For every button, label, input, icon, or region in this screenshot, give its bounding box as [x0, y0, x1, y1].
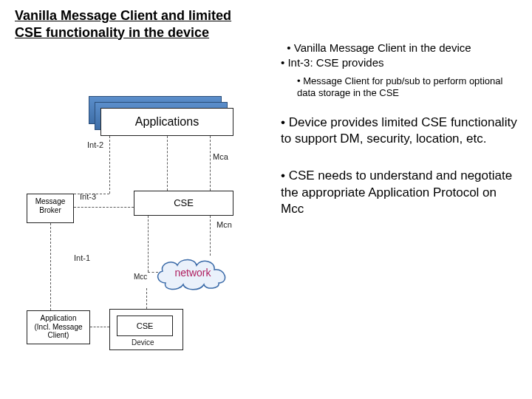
network-label: network	[152, 255, 233, 290]
big-bullet-2-text: CSE needs to understand and negotiate th…	[281, 168, 512, 215]
line-app-device	[90, 327, 109, 327]
page-title: Vanilla Message Client and limited CSE f…	[15, 7, 259, 41]
app-incl-l1: Application	[41, 314, 77, 322]
line-int3	[74, 207, 134, 208]
line-apps-down	[167, 136, 168, 191]
message-broker-box: Message Broker	[27, 194, 74, 223]
line-int2-v	[109, 136, 110, 194]
label-device: Device	[132, 338, 154, 347]
bullet-1: Vanilla Message Client in the device	[294, 41, 471, 54]
cse-bottom-box: CSE	[117, 316, 173, 336]
bullet-2: Int-3: CSE provides	[287, 56, 383, 69]
application-incl-box: Application (Incl. Message Client)	[27, 310, 90, 344]
right-column: • Vanilla Message Client in the device •…	[281, 41, 517, 217]
big-bullet-2: • CSE needs to understand and negotiate …	[281, 168, 517, 216]
label-mcn: Mcn	[216, 220, 232, 229]
cse-top-box: CSE	[134, 191, 233, 216]
network-cloud: network	[152, 255, 233, 290]
msg-broker-l1: Message	[35, 197, 66, 205]
line-apps-down-right	[210, 136, 211, 191]
label-mcc: Mcc	[134, 273, 147, 281]
line-mcn	[210, 216, 211, 256]
app-incl-l2: (Incl. Message	[34, 323, 82, 331]
label-mca: Mca	[213, 152, 228, 161]
sub-bullet: • Message Client for pub/sub to perform …	[297, 75, 517, 100]
app-incl-l3: Client)	[48, 331, 69, 339]
label-int1: Int-1	[74, 253, 90, 262]
label-int2: Int-2	[87, 140, 103, 149]
line-net-device	[146, 288, 147, 309]
line-int1	[50, 223, 51, 310]
architecture-diagram: Applications Mca Int-2 Message Broker In…	[15, 96, 266, 392]
big-bullet-1-text: Device provides limited CSE functionalit…	[281, 115, 517, 146]
label-int3: Int-3	[80, 192, 96, 201]
applications-box: Applications	[100, 108, 233, 136]
top-bullets: • Vanilla Message Client in the device •…	[281, 41, 517, 71]
big-bullet-1: • Device provides limited CSE functional…	[281, 115, 517, 147]
msg-broker-l2: Broker	[39, 206, 61, 214]
line-mcc-v	[148, 216, 149, 272]
sub-bullet-text: Message Client for pub/sub to perform op…	[297, 75, 502, 99]
